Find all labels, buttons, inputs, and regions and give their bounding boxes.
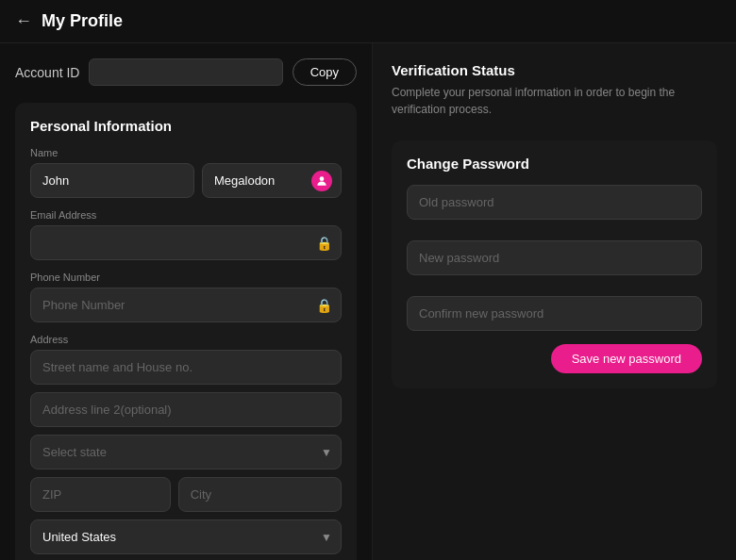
personal-info-section: Personal Information Name xyxy=(15,103,357,560)
phone-lock-icon: 🔒 xyxy=(316,298,332,313)
profile-icon xyxy=(311,171,332,191)
header: ← My Profile xyxy=(0,0,736,43)
country-select[interactable]: United States xyxy=(30,519,342,554)
street-input[interactable] xyxy=(30,350,342,385)
zip-input[interactable] xyxy=(30,477,171,512)
email-label: Email Address xyxy=(30,209,342,221)
account-id-label: Account ID xyxy=(15,65,79,80)
name-row xyxy=(30,163,342,198)
state-select-wrapper: Select state ▼ xyxy=(30,435,342,469)
lock-icon: 🔒 xyxy=(316,236,332,251)
name-field-group: Name xyxy=(30,147,342,198)
first-name-input[interactable] xyxy=(30,163,194,198)
account-id-input[interactable] xyxy=(89,58,282,86)
confirm-password-group xyxy=(407,296,702,331)
last-name-wrap xyxy=(202,163,342,198)
change-password-section: Change Password Save new password xyxy=(392,140,717,388)
email-input[interactable] xyxy=(30,225,342,260)
new-password-input[interactable] xyxy=(407,240,702,275)
country-select-wrapper: United States ▼ xyxy=(30,519,342,554)
personal-info-title: Personal Information xyxy=(30,118,342,134)
zip-city-row xyxy=(30,477,342,512)
main-content: Account ID Copy Personal Information Nam… xyxy=(0,43,736,560)
verification-section: Verification Status Complete your person… xyxy=(392,62,717,118)
back-button[interactable]: ← xyxy=(15,11,32,31)
address2-input[interactable] xyxy=(30,392,342,427)
change-password-title: Change Password xyxy=(407,156,702,172)
phone-label: Phone Number xyxy=(30,272,342,283)
password-save-row: Save new password xyxy=(407,344,702,373)
address-label: Address xyxy=(30,334,342,345)
email-field-group: Email Address 🔒 xyxy=(30,209,342,260)
confirm-password-input[interactable] xyxy=(407,296,702,331)
verification-description: Complete your personal information in or… xyxy=(392,84,717,118)
svg-point-0 xyxy=(320,176,325,181)
account-id-row: Account ID Copy xyxy=(15,58,357,86)
verification-title: Verification Status xyxy=(392,62,717,78)
state-select[interactable]: Select state xyxy=(30,435,342,469)
save-new-password-button[interactable]: Save new password xyxy=(551,344,702,373)
new-password-group xyxy=(407,240,702,285)
copy-button[interactable]: Copy xyxy=(293,58,357,86)
name-label: Name xyxy=(30,147,342,158)
email-input-wrap: 🔒 xyxy=(30,225,342,260)
phone-field-group: Phone Number 🔒 xyxy=(30,272,342,322)
page-title: My Profile xyxy=(42,11,123,31)
right-panel: Verification Status Complete your person… xyxy=(373,43,736,560)
phone-input[interactable] xyxy=(30,288,342,322)
old-password-group xyxy=(407,185,702,229)
address-field-group: Address Select state ▼ United States xyxy=(30,334,342,554)
phone-input-wrap: 🔒 xyxy=(30,288,342,322)
old-password-input[interactable] xyxy=(407,185,702,220)
left-panel: Account ID Copy Personal Information Nam… xyxy=(0,43,373,560)
city-input[interactable] xyxy=(178,477,342,512)
